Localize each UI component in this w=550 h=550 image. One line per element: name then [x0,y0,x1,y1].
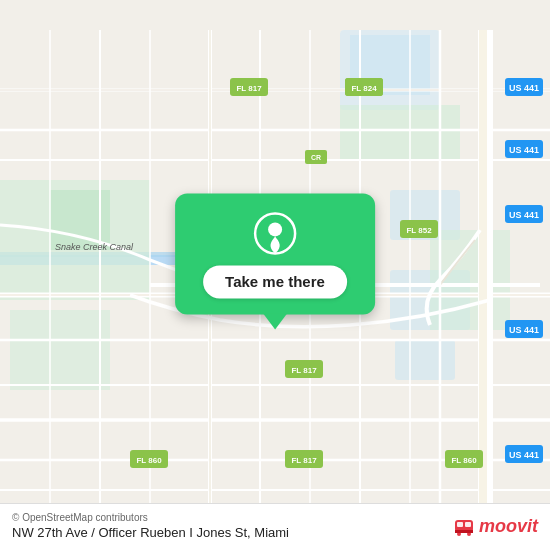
svg-rect-75 [455,530,473,533]
svg-text:US 441: US 441 [509,145,539,155]
moovit-bus-icon [453,515,475,537]
card-tail [263,313,287,329]
svg-text:US 441: US 441 [509,325,539,335]
svg-text:FL 860: FL 860 [451,456,477,465]
svg-text:FL 817: FL 817 [291,366,317,375]
svg-text:FL 852: FL 852 [406,226,432,235]
svg-rect-33 [479,30,487,520]
svg-rect-9 [10,310,110,390]
svg-text:FL 817: FL 817 [236,84,262,93]
take-me-there-button[interactable]: Take me there [203,265,347,298]
svg-text:US 441: US 441 [509,83,539,93]
map-container: US 441 US 441 US 441 US 441 US 441 FL 81… [0,0,550,550]
bottom-bar-info: © OpenStreetMap contributors NW 27th Ave… [12,512,289,540]
svg-rect-11 [340,105,460,160]
svg-text:FL 860: FL 860 [136,456,162,465]
location-card: Take me there [175,193,375,314]
moovit-logo: moovit [453,515,538,537]
location-name-label: NW 27th Ave / Officer Rueben I Jones St,… [12,525,289,540]
svg-rect-72 [465,522,471,527]
svg-text:FL 824: FL 824 [351,84,377,93]
map-attribution: © OpenStreetMap contributors [12,512,289,523]
bottom-bar: © OpenStreetMap contributors NW 27th Ave… [0,503,550,550]
location-pin-icon [253,211,297,255]
svg-rect-71 [457,522,463,527]
svg-text:FL 817: FL 817 [291,456,317,465]
pin-card: Take me there [175,193,375,329]
svg-text:Snake Creek Canal: Snake Creek Canal [55,242,134,252]
svg-text:CR: CR [311,154,321,161]
svg-text:US 441: US 441 [509,450,539,460]
moovit-logo-text: moovit [479,516,538,537]
svg-text:US 441: US 441 [509,210,539,220]
svg-rect-7 [395,340,455,380]
svg-point-69 [268,222,282,236]
